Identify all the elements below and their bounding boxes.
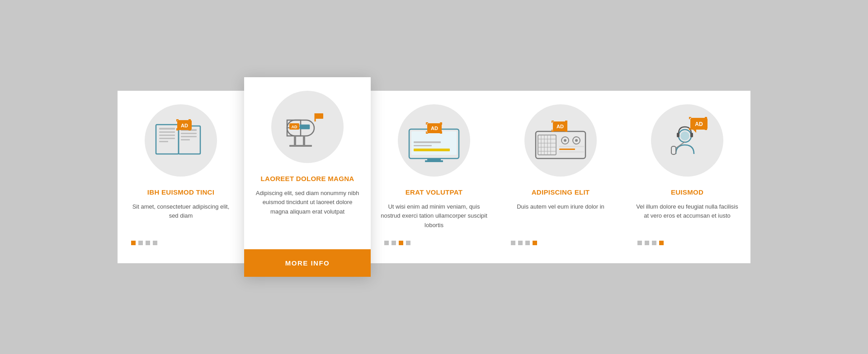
svg-rect-90 xyxy=(689,129,691,130)
svg-rect-78 xyxy=(671,146,676,154)
svg-text:AD: AD xyxy=(431,126,438,131)
svg-rect-79 xyxy=(677,133,679,137)
card-4-title: ADIPISCING ELIT xyxy=(532,188,590,196)
svg-rect-86 xyxy=(689,117,690,119)
svg-point-62 xyxy=(575,139,578,142)
svg-rect-35 xyxy=(425,160,443,162)
svg-rect-37 xyxy=(414,145,432,146)
svg-rect-27 xyxy=(294,136,296,146)
svg-rect-36 xyxy=(414,141,441,143)
svg-marker-83 xyxy=(693,130,696,133)
radio-ad-icon: AD xyxy=(531,118,590,163)
card-2-title: LAOREET DOLORE MAGNA xyxy=(261,175,354,182)
svg-rect-63 xyxy=(559,146,584,147)
svg-rect-71 xyxy=(566,121,567,123)
svg-rect-19 xyxy=(190,128,191,130)
svg-rect-92 xyxy=(706,128,707,130)
card-5-desc: Vel illum dolore eu feugiat nulla facili… xyxy=(634,202,741,229)
svg-rect-13 xyxy=(176,119,177,121)
svg-rect-9 xyxy=(181,136,197,137)
svg-rect-80 xyxy=(690,133,693,137)
dot-inactive xyxy=(652,241,656,245)
mailbox-ad-icon: AD xyxy=(278,104,337,149)
icon-circle-4: AD xyxy=(524,104,597,177)
svg-rect-10 xyxy=(181,139,190,140)
card-3-dots xyxy=(381,241,487,245)
svg-text:AD: AD xyxy=(695,121,703,127)
svg-rect-48 xyxy=(441,131,442,134)
svg-rect-49 xyxy=(536,131,585,158)
svg-rect-73 xyxy=(552,131,554,132)
svg-rect-65 xyxy=(559,151,584,153)
tv-ad-icon: AD xyxy=(405,118,463,163)
svg-rect-17 xyxy=(176,130,179,130)
dot-active xyxy=(131,241,136,245)
svg-rect-42 xyxy=(426,122,427,125)
svg-point-60 xyxy=(564,139,566,142)
card-1: AD IBH EUISMOD TINCI Sit amet, consectet… xyxy=(118,91,244,263)
svg-text:AD: AD xyxy=(557,124,564,129)
dot-inactive xyxy=(511,241,515,245)
svg-rect-3 xyxy=(159,135,175,136)
card-5-title: EUISMOD xyxy=(671,188,703,196)
dot-inactive xyxy=(153,241,157,245)
svg-point-81 xyxy=(680,131,689,140)
svg-rect-29 xyxy=(289,145,312,147)
card-5: AD EUISMOD Vel illum dolore eu feugiat n… xyxy=(624,91,750,263)
newspaper-ad-icon: AD xyxy=(154,118,208,163)
card-1-dots xyxy=(127,241,234,245)
svg-rect-75 xyxy=(566,130,567,132)
dot-active xyxy=(399,241,403,245)
dot-inactive xyxy=(138,241,143,245)
card-4-dots xyxy=(507,241,614,245)
svg-rect-28 xyxy=(303,136,305,146)
dot-inactive xyxy=(384,241,389,245)
card-1-title: IBH EUISMOD TINCI xyxy=(147,188,214,196)
svg-rect-15 xyxy=(190,119,191,121)
dot-inactive xyxy=(406,241,410,245)
card-4-desc: Duis autem vel eum iriure dolor in xyxy=(517,202,604,229)
svg-rect-1 xyxy=(159,128,175,130)
svg-rect-46 xyxy=(426,133,428,134)
icon-circle-2: AD xyxy=(271,91,344,163)
dot-inactive xyxy=(518,241,523,245)
icon-circle-5: AD xyxy=(651,104,723,177)
card-5-dots xyxy=(634,241,741,245)
card-3-desc: Ut wisi enim ad minim veniam, quis nostr… xyxy=(381,202,487,229)
dot-inactive xyxy=(645,241,649,245)
dot-inactive xyxy=(637,241,642,245)
cards-container: AD IBH EUISMOD TINCI Sit amet, consectet… xyxy=(118,77,750,276)
icon-circle-3: AD xyxy=(398,104,470,177)
svg-rect-88 xyxy=(706,117,707,119)
svg-rect-24 xyxy=(300,125,310,129)
card-4: AD ADIPISCING ELIT Duis autem vel eum ir… xyxy=(497,91,624,263)
card-3-title: ERAT VOLUTPAT xyxy=(406,188,462,196)
person-ad-icon: AD xyxy=(658,116,717,165)
more-info-button[interactable]: MORE INFO xyxy=(244,249,371,277)
dot-inactive xyxy=(392,241,396,245)
svg-rect-8 xyxy=(181,133,197,134)
svg-rect-50 xyxy=(538,135,556,155)
dot-inactive xyxy=(146,241,150,245)
svg-text:AD: AD xyxy=(181,123,188,128)
svg-rect-38 xyxy=(414,149,450,151)
icon-circle-1: AD xyxy=(145,104,217,177)
card-2: AD LAOREET DOLORE MAGNA Adipiscing elit,… xyxy=(244,77,371,276)
dot-active xyxy=(659,241,664,245)
dot-inactive xyxy=(525,241,530,245)
svg-rect-26 xyxy=(315,113,323,119)
card-1-desc: Sit amet, consectetuer adipiscing elit, … xyxy=(127,202,234,229)
svg-rect-69 xyxy=(552,121,552,123)
svg-rect-44 xyxy=(441,122,442,125)
card-2-desc: Adipiscing elit, sed diam nonummy nibh e… xyxy=(254,189,361,249)
svg-rect-2 xyxy=(159,131,175,133)
svg-text:AD: AD xyxy=(292,125,297,129)
card-3: AD ERAT VOLUTPAT Ut wisi enim ad minim v… xyxy=(371,91,497,263)
svg-rect-64 xyxy=(559,149,575,150)
svg-rect-4 xyxy=(159,138,175,139)
svg-rect-5 xyxy=(159,141,168,142)
dot-active xyxy=(533,241,537,245)
